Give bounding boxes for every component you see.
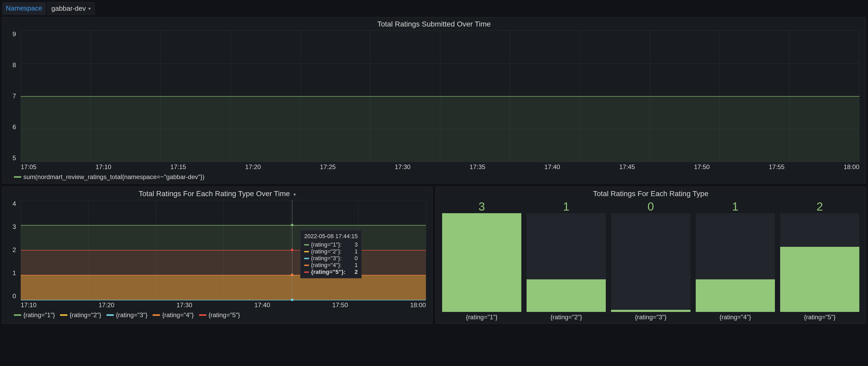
legend-label: {rating="4"} — [162, 311, 193, 319]
bar-label: {rating="5"} — [804, 313, 835, 321]
legend-swatch — [14, 176, 21, 178]
x-tick: 18:00 — [844, 163, 859, 171]
bar-background — [611, 213, 690, 312]
bar-fill — [780, 247, 859, 312]
y-axis: 9 8 7 6 5 — [6, 30, 18, 162]
y-tick: 9 — [12, 30, 16, 38]
hover-marker — [291, 274, 293, 276]
legend-item[interactable]: {rating="3"} — [106, 311, 147, 319]
bar-background — [780, 213, 859, 312]
x-tick: 17:20 — [99, 302, 114, 309]
bar-value: 3 — [478, 200, 485, 212]
legend-item[interactable]: {rating="4"} — [153, 311, 193, 319]
bar-label: {rating="4"} — [719, 313, 751, 321]
legend-label: {rating="2"} — [69, 311, 101, 319]
x-tick: 17:20 — [245, 163, 261, 171]
panel-title[interactable]: Total Ratings For Each Rating Type Over … — [6, 190, 429, 198]
bar-fill — [527, 279, 606, 312]
bar-column: 2 {rating="5"} — [780, 200, 859, 321]
hover-marker — [291, 224, 293, 226]
y-tick: 2 — [12, 246, 16, 254]
legend-item[interactable]: {rating="1"} — [14, 311, 55, 319]
tooltip-time: 2022-05-08 17:44:15 — [304, 233, 358, 240]
bar-background — [696, 213, 775, 312]
panel-total-ratings-over-time: Total Ratings Submitted Over Time 9 8 7 … — [2, 17, 866, 184]
bar-column: 1 {rating="4"} — [696, 200, 775, 321]
bar-value: 1 — [563, 200, 569, 212]
plot-1 — [21, 30, 859, 162]
x-tick: 17:05 — [21, 163, 36, 171]
x-axis: 17:10 17:20 17:30 17:40 17:50 18:00 — [21, 302, 426, 309]
legend-item[interactable]: {rating="5"} — [199, 311, 240, 319]
y-axis: 4 3 2 1 0 — [6, 200, 18, 300]
y-tick: 5 — [12, 154, 16, 162]
panel-title[interactable]: Total Ratings Submitted Over Time — [6, 20, 862, 28]
bar-value: 2 — [816, 200, 823, 212]
x-tick: 17:10 — [95, 163, 111, 171]
x-tick: 17:40 — [545, 163, 560, 171]
x-tick: 17:50 — [694, 163, 710, 171]
legend-swatch — [14, 314, 21, 316]
y-tick: 7 — [12, 92, 16, 100]
hover-marker — [291, 299, 293, 301]
y-tick: 3 — [12, 223, 16, 230]
legend-label: {rating="5"} — [209, 311, 240, 319]
chart-area-1[interactable]: 9 8 7 6 5 — [6, 30, 862, 162]
tooltip-row: {rating="2"}:1 — [304, 248, 358, 255]
bar-background — [527, 213, 606, 312]
namespace-select[interactable]: gabbar-dev ▾ — [48, 2, 95, 15]
bar-fill — [611, 310, 690, 312]
x-tick: 17:35 — [470, 163, 486, 171]
chevron-down-icon: ▾ — [293, 192, 296, 197]
x-tick: 17:50 — [332, 302, 348, 309]
bar-column: 0 {rating="3"} — [611, 200, 690, 321]
bar-label: {rating="1"} — [466, 313, 497, 321]
x-tick: 17:40 — [254, 302, 270, 309]
legend-item[interactable]: {rating="2"} — [60, 311, 101, 319]
legend-swatch — [153, 314, 160, 316]
panel-title[interactable]: Total Ratings For Each Rating Type — [439, 190, 862, 198]
x-tick: 17:25 — [320, 163, 336, 171]
bar-chart[interactable]: 3 {rating="1"} 1 {rating="2"} 0 {rating=… — [439, 200, 862, 321]
x-tick: 18:00 — [410, 302, 426, 309]
series-line — [21, 96, 859, 96]
x-tick: 17:45 — [619, 163, 635, 171]
bar-background — [442, 213, 521, 312]
series-area — [21, 96, 859, 162]
legend: sum(nordmart_review_ratings_total{namesp… — [14, 173, 862, 180]
variable-toolbar: Namespace gabbar-dev ▾ — [2, 2, 866, 15]
chart-area-2[interactable]: 4 3 2 1 0 — [6, 200, 429, 300]
x-tick: 17:30 — [177, 302, 192, 309]
legend-swatch — [60, 314, 67, 316]
tooltip-row: {rating="1"}:3 — [304, 241, 358, 248]
hover-marker — [291, 249, 293, 251]
bar-value: 0 — [647, 200, 654, 212]
x-tick: 17:30 — [395, 163, 410, 171]
legend-item[interactable]: sum(nordmart_review_ratings_total{namesp… — [14, 173, 205, 180]
bar-fill — [696, 279, 775, 312]
panel-ratings-by-type-over-time: Total Ratings For Each Rating Type Over … — [2, 187, 432, 324]
legend: {rating="1"}{rating="2"}{rating="3"}{rat… — [14, 311, 429, 319]
x-tick: 17:15 — [170, 163, 186, 171]
y-tick: 6 — [12, 123, 16, 131]
y-tick: 4 — [12, 200, 16, 207]
bar-column: 3 {rating="1"} — [442, 200, 521, 321]
y-tick: 1 — [12, 270, 16, 277]
bar-fill — [442, 213, 521, 312]
legend-swatch — [199, 314, 206, 316]
namespace-value: gabbar-dev — [52, 4, 86, 12]
plot-2: 2022-05-08 17:44:15 {rating="1"}:3{ratin… — [21, 200, 426, 300]
bar-column: 1 {rating="2"} — [527, 200, 606, 321]
y-tick: 8 — [12, 61, 16, 69]
panel-ratings-by-type-bars: Total Ratings For Each Rating Type 3 {ra… — [436, 187, 866, 324]
tooltip-row: {rating="5"}:2 — [304, 269, 358, 275]
tooltip-row: {rating="4"}:1 — [304, 262, 358, 269]
panel-title-text: Total Ratings For Each Rating Type Over … — [139, 190, 290, 198]
legend-swatch — [106, 314, 114, 316]
namespace-label: Namespace — [2, 2, 46, 15]
bar-label: {rating="2"} — [551, 313, 582, 321]
chevron-down-icon: ▾ — [88, 6, 91, 11]
x-axis: 17:05 17:10 17:15 17:20 17:25 17:30 17:3… — [21, 163, 859, 171]
bar-value: 1 — [732, 200, 738, 212]
tooltip-row: {rating="3"}:0 — [304, 255, 358, 262]
